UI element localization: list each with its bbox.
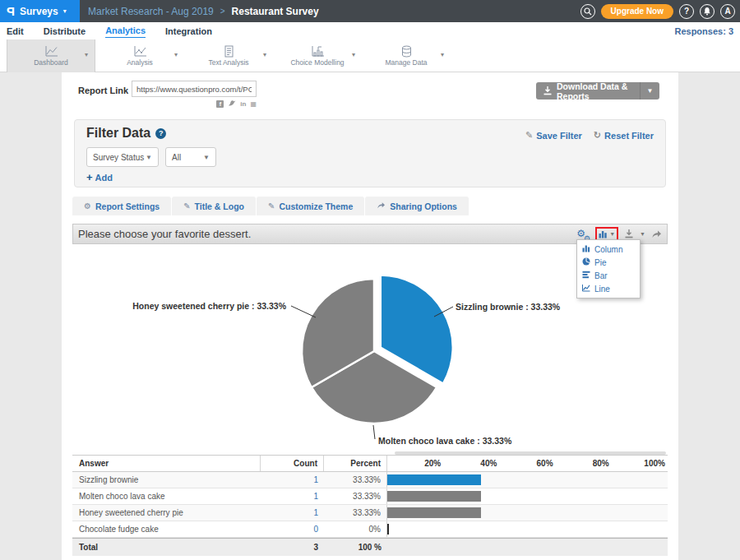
nav-integration[interactable]: Integration — [165, 25, 212, 38]
pie-label-honey: Honey sweetened cherry pie : 33.33% — [132, 301, 286, 311]
header-answer: Answer — [72, 456, 261, 471]
filter-data-title: Filter Data ? — [86, 126, 166, 141]
toolbar-dashboard[interactable]: Dashboard ▾ — [7, 39, 95, 72]
table-row[interactable]: Molten choco lava cake 1 33.33% — [72, 488, 668, 505]
chevron-down-icon[interactable]: ▼ — [640, 231, 645, 237]
settings-gears-icon: ⚙ — [84, 201, 91, 211]
leader-line-molten — [373, 425, 375, 439]
table-row[interactable]: Honey sweetened cherry pie 1 33.33% — [72, 505, 668, 521]
dashboard-chart-icon — [44, 45, 58, 58]
reset-filter-button[interactable]: ↻Reset Filter — [594, 130, 654, 141]
pie-chart-icon — [582, 257, 590, 267]
chevron-down-icon: ▾ — [63, 7, 67, 15]
breadcrumb: Market Research - Aug 2019 > Restaurant … — [80, 6, 319, 17]
header-percent: Percent — [324, 456, 387, 471]
chevron-down-icon[interactable]: ▾ — [441, 51, 444, 58]
toolbar-text-analysis[interactable]: Text Analysis ▾ — [184, 39, 273, 72]
tab-customize-theme[interactable]: ✎Customize Theme — [257, 197, 364, 215]
download-button-label: Download Data & Reports — [557, 81, 640, 101]
distribution-bar — [387, 474, 481, 485]
chart-share-icon[interactable] — [651, 227, 662, 242]
questionpro-logo: P — [7, 4, 15, 18]
distribution-bar — [387, 507, 481, 518]
report-tabs: ⚙Report Settings ✎Title & Logo ✎Customiz… — [72, 197, 469, 215]
surveys-menu[interactable]: P Surveys ▾ — [0, 0, 80, 22]
table-total-row: Total 3 100 % — [72, 538, 668, 556]
share-arrow-icon — [377, 201, 386, 211]
main-nav: Edit Distribute Analytics Integration Re… — [0, 22, 740, 39]
search-icon[interactable] — [580, 4, 595, 19]
upgrade-now-button[interactable]: Upgrade Now — [601, 4, 673, 19]
pencil-icon: ✎ — [183, 201, 190, 211]
download-data-reports-button[interactable]: Download Data & Reports ▼ — [536, 82, 659, 100]
nav-analytics[interactable]: Analytics — [105, 24, 146, 38]
survey-status-value-select[interactable]: All▼ — [165, 147, 216, 167]
report-panel: Report Link f in ▦ Download Data & Repor… — [62, 72, 678, 560]
distribution-bar — [387, 524, 389, 535]
filter-data-panel: Filter Data ? ✎Save Filter ↻Reset Filter… — [74, 119, 666, 187]
filter-help-icon[interactable]: ? — [155, 128, 166, 139]
download-options-caret[interactable]: ▼ — [640, 82, 659, 100]
help-icon[interactable]: ? — [679, 4, 694, 19]
menu-item-line[interactable]: Line — [577, 282, 640, 295]
chevron-down-icon[interactable]: ▾ — [174, 51, 178, 58]
toolbar-manage-data[interactable]: Manage Data ▾ — [362, 39, 451, 72]
choice-modelling-icon — [311, 45, 325, 58]
download-icon — [543, 86, 553, 97]
table-row[interactable]: Sizzling brownie 1 33.33% — [72, 472, 668, 488]
header-scale: 20% 40% 60% 80% 100% — [387, 456, 668, 471]
survey-status-select[interactable]: Survey Status▼ — [86, 147, 159, 167]
toolbar-analysis[interactable]: Analysis ▾ — [95, 39, 184, 72]
chart-settings-cogs-icon[interactable]: ⚙⚙ — [576, 229, 590, 240]
tab-title-logo[interactable]: ✎Title & Logo — [172, 197, 256, 215]
menu-item-pie[interactable]: Pie — [577, 256, 640, 269]
pie-label-molten: Molten choco lava cake : 33.33% — [378, 436, 512, 446]
chevron-down-icon[interactable]: ▼ — [609, 231, 615, 237]
chevron-down-icon: ▼ — [146, 154, 152, 161]
text-document-icon — [223, 45, 235, 58]
analytics-toolbar: Dashboard ▾ Analysis ▾ Text Analysis ▾ C… — [0, 39, 740, 72]
screen: P Surveys ▾ Market Research - Aug 2019 >… — [0, 0, 740, 560]
plus-icon: + — [86, 171, 93, 183]
question-title: Please choose your favorite dessert. — [78, 228, 251, 240]
report-link-label: Report Link — [78, 86, 128, 95]
facebook-icon[interactable]: f — [216, 100, 224, 108]
chevron-down-icon[interactable]: ▾ — [263, 51, 266, 58]
header-count: Count — [261, 456, 324, 471]
tab-sharing-options[interactable]: Sharing Options — [365, 197, 469, 215]
report-link-input[interactable] — [132, 81, 257, 97]
table-row[interactable]: Chocolate fudge cake 0 0% — [72, 521, 668, 538]
analysis-chart-icon — [133, 45, 147, 58]
leader-line-honey — [291, 306, 316, 317]
pie-label-sizzling: Sizzling brownie : 33.33% — [456, 302, 561, 312]
product-name: Surveys — [20, 6, 58, 17]
nav-distribute[interactable]: Distribute — [44, 25, 86, 38]
save-filter-button[interactable]: ✎Save Filter — [525, 130, 582, 141]
menu-item-column[interactable]: Column — [577, 243, 640, 256]
notifications-bell-icon[interactable] — [700, 4, 715, 19]
menu-item-bar[interactable]: Bar — [577, 269, 640, 282]
chevron-down-icon[interactable]: ▾ — [352, 51, 355, 58]
chevron-down-icon: ▼ — [203, 154, 210, 161]
breadcrumb-parent[interactable]: Market Research - Aug 2019 — [88, 6, 214, 17]
tab-report-settings[interactable]: ⚙Report Settings — [72, 197, 171, 215]
reset-icon: ↻ — [594, 130, 601, 141]
nav-edit[interactable]: Edit — [7, 25, 24, 38]
database-icon — [400, 45, 413, 58]
add-filter-button[interactable]: + Add — [86, 171, 113, 183]
linkedin-icon[interactable]: in — [240, 100, 246, 108]
twitter-icon[interactable] — [228, 100, 236, 109]
column-chart-icon — [582, 244, 590, 254]
responses-count[interactable]: Responses: 3 — [674, 26, 733, 36]
social-share-row: f in ▦ — [132, 100, 257, 109]
pencil-icon: ✎ — [525, 130, 533, 141]
avatar[interactable]: A — [720, 4, 735, 19]
pencil-icon: ✎ — [268, 201, 275, 211]
chevron-down-icon[interactable]: ▾ — [85, 51, 88, 58]
filter-actions: ✎Save Filter ↻Reset Filter — [525, 130, 654, 141]
embed-icon[interactable]: ▦ — [250, 100, 257, 108]
breadcrumb-separator: > — [220, 7, 225, 16]
toolbar-choice-modelling[interactable]: Choice Modelling ▾ — [273, 39, 362, 72]
bar-chart-icon — [582, 271, 590, 280]
topbar-actions: Upgrade Now ? A — [580, 4, 740, 19]
